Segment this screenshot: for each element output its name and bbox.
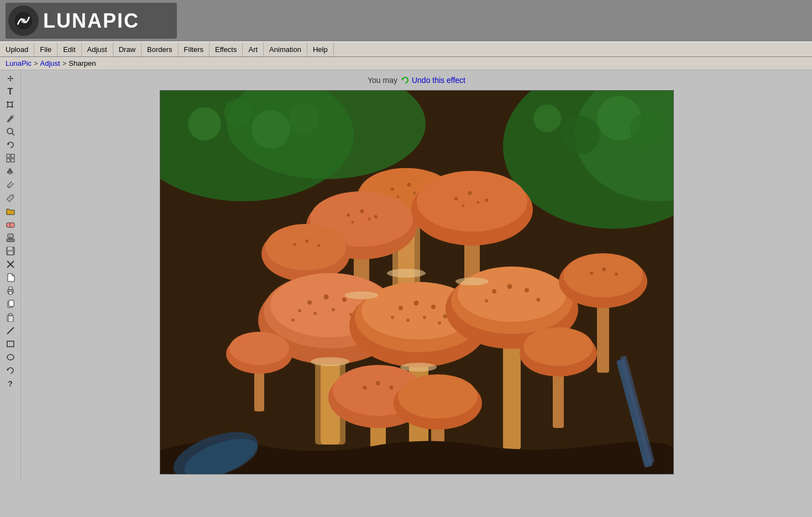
svg-rect-12	[7, 223, 14, 227]
svg-line-2	[7, 107, 8, 108]
svg-rect-19	[8, 252, 13, 254]
tool-close[interactable]	[3, 258, 18, 270]
svg-point-11	[7, 186, 9, 188]
tool-move[interactable]: ✛	[3, 72, 18, 85]
tool-pencil[interactable]	[3, 112, 18, 124]
undo-icon	[401, 76, 410, 85]
svg-marker-34	[401, 79, 404, 81]
breadcrumb-sep-2: >	[62, 59, 67, 67]
tool-brush[interactable]	[3, 192, 18, 204]
tool-copy[interactable]	[3, 298, 18, 310]
nav-edit[interactable]: Edit	[57, 42, 81, 56]
svg-rect-8	[11, 154, 14, 158]
svg-rect-146	[160, 91, 673, 474]
breadcrumb: LunaPic > Adjust > Sharpen	[0, 57, 812, 70]
svg-rect-16	[9, 238, 12, 239]
breadcrumb-lunapic[interactable]: LunaPic	[6, 59, 32, 67]
header: LUNAPIC	[0, 0, 812, 41]
nav-help[interactable]: Help	[307, 42, 334, 56]
tool-undo[interactable]	[3, 364, 18, 377]
svg-point-4	[7, 128, 13, 134]
mushroom-image	[160, 91, 673, 474]
tool-rotate[interactable]	[3, 139, 18, 151]
undo-prefix: You may	[368, 76, 397, 85]
tool-eyedropper[interactable]	[3, 179, 18, 191]
svg-rect-10	[11, 159, 14, 162]
nav-borders[interactable]: Borders	[142, 42, 179, 56]
nav-art[interactable]: Art	[243, 42, 264, 56]
logo-image: LUNAPIC	[6, 3, 177, 39]
navbar: Upload File Edit Adjust Draw Borders Fil…	[0, 41, 812, 57]
breadcrumb-current: Sharpen	[69, 59, 96, 67]
tool-paste[interactable]	[3, 311, 18, 323]
tool-text[interactable]: T	[3, 86, 18, 98]
tool-rectangle[interactable]	[3, 338, 18, 350]
svg-line-3	[12, 101, 13, 102]
svg-rect-18	[8, 247, 12, 250]
svg-rect-23	[9, 287, 12, 289]
undo-link-text: Undo this effect	[412, 76, 465, 85]
tool-save[interactable]	[3, 245, 18, 257]
nav-animation[interactable]: Animation	[264, 42, 307, 56]
image-container	[160, 90, 674, 474]
tool-crop[interactable]	[3, 99, 18, 111]
svg-rect-9	[7, 159, 10, 162]
tool-print[interactable]	[3, 285, 18, 297]
svg-rect-28	[9, 314, 12, 316]
tool-document[interactable]	[3, 271, 18, 284]
breadcrumb-adjust[interactable]: Adjust	[40, 59, 60, 67]
nav-effects[interactable]: Effects	[209, 42, 243, 56]
tool-eraser[interactable]	[3, 218, 18, 231]
svg-line-30	[7, 327, 14, 334]
logo-icon	[8, 6, 39, 36]
nav-draw[interactable]: Draw	[113, 42, 142, 56]
tool-ellipse[interactable]	[3, 351, 18, 363]
logo[interactable]: LUNAPIC	[0, 3, 182, 39]
svg-rect-31	[7, 341, 14, 347]
tool-help[interactable]: ?	[3, 378, 18, 390]
content-area: You may Undo this effect	[21, 70, 812, 480]
nav-upload[interactable]: Upload	[0, 42, 34, 56]
undo-link[interactable]: Undo this effect	[401, 76, 465, 85]
svg-rect-7	[7, 154, 10, 158]
sidebar: ✛ T	[0, 70, 21, 480]
tool-line[interactable]	[3, 325, 18, 337]
svg-marker-33	[7, 369, 9, 371]
undo-notice: You may Undo this effect	[27, 76, 806, 85]
breadcrumb-sep-1: >	[34, 59, 38, 67]
logo-text: LUNAPIC	[43, 9, 139, 33]
svg-rect-14	[8, 234, 13, 238]
main-layout: ✛ T	[0, 70, 812, 480]
nav-filters[interactable]: Filters	[179, 42, 209, 56]
tool-stamp[interactable]	[3, 232, 18, 244]
nav-adjust[interactable]: Adjust	[82, 42, 113, 56]
tool-fill[interactable]	[3, 165, 18, 177]
nav-file[interactable]: File	[34, 42, 57, 56]
svg-rect-24	[9, 291, 12, 294]
tool-grid[interactable]	[3, 152, 18, 164]
svg-rect-26	[9, 300, 14, 306]
svg-line-5	[12, 133, 14, 135]
svg-point-32	[7, 354, 14, 360]
svg-rect-29	[8, 316, 13, 322]
tool-zoom[interactable]	[3, 126, 18, 138]
mushroom-svg	[160, 91, 673, 474]
tool-folder[interactable]	[3, 205, 18, 217]
svg-point-1	[21, 18, 26, 23]
